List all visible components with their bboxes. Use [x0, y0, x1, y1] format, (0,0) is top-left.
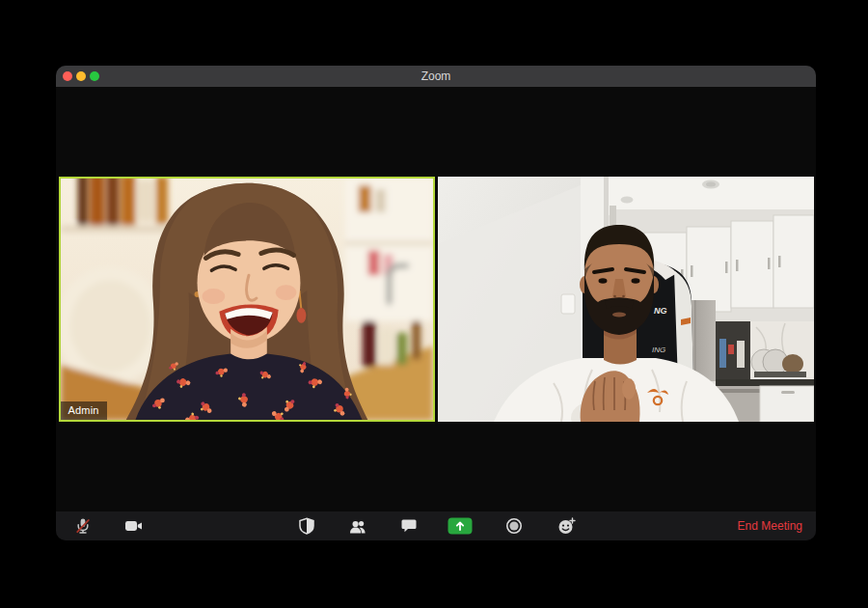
video-tile-admin[interactable]: Admin	[59, 177, 435, 422]
video-camera-icon	[124, 518, 144, 534]
window-fullscreen-button[interactable]	[90, 71, 99, 81]
chair-brand-text-bottom: ING	[652, 345, 665, 354]
admin-video-scene	[61, 179, 433, 420]
window-title: Zoom	[56, 66, 816, 87]
meeting-stage: Admin	[56, 87, 816, 511]
participant-2-video-scene: NG ING	[438, 177, 814, 422]
record-icon	[505, 517, 523, 535]
record-button[interactable]	[498, 511, 530, 540]
mute-button[interactable]	[67, 511, 99, 540]
stop-video-button[interactable]	[118, 511, 150, 540]
security-button[interactable]	[290, 511, 323, 540]
zoom-window: Zoom	[56, 66, 816, 540]
end-meeting-button[interactable]: End Meeting	[738, 511, 802, 540]
share-screen-button[interactable]	[444, 511, 476, 540]
participants-button[interactable]	[341, 511, 374, 540]
chat-bubble-icon	[400, 518, 418, 534]
window-close-button[interactable]	[63, 71, 72, 81]
video-tile-participant-2[interactable]: NG ING	[438, 177, 814, 422]
security-shield-icon	[298, 517, 315, 535]
participant-name-badge: Admin	[61, 401, 107, 420]
window-controls	[63, 71, 99, 81]
microphone-muted-icon	[74, 517, 92, 535]
reactions-button[interactable]	[550, 511, 583, 540]
chair-brand-text-top: NG	[654, 306, 667, 316]
participants-icon	[349, 518, 366, 535]
chat-button[interactable]	[393, 511, 425, 540]
desktop: { "window": { "title": "Zoom" }, "partic…	[0, 0, 868, 608]
window-titlebar[interactable]: Zoom	[56, 66, 816, 87]
share-screen-icon	[448, 517, 473, 535]
meeting-toolbar: End Meeting	[56, 511, 816, 540]
window-minimize-button[interactable]	[76, 71, 86, 81]
reactions-smiley-icon	[557, 517, 576, 536]
